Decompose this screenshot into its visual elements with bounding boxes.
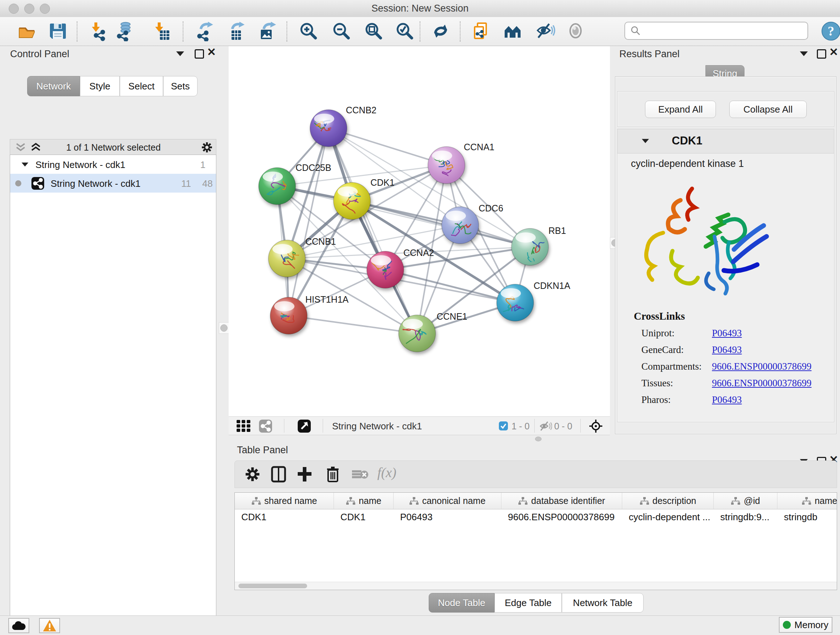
- table-cell[interactable]: stringdb:9...: [714, 510, 777, 524]
- panel-close-icon[interactable]: ✕: [207, 49, 216, 56]
- import-table-file-icon: [152, 21, 172, 41]
- node-CDC25B[interactable]: [259, 168, 295, 204]
- table-cell[interactable]: stringdb: [777, 510, 837, 524]
- node-CCNA1[interactable]: [428, 147, 465, 184]
- warning-icon: [42, 619, 57, 632]
- column-header-shared-name[interactable]: shared name: [235, 493, 334, 509]
- table-cell[interactable]: cyclin-dependent ...: [622, 510, 714, 524]
- tab-select[interactable]: Select: [120, 76, 163, 96]
- edge-CCNE1-HIST1H1A[interactable]: [289, 316, 417, 333]
- column-header-name[interactable]: name: [334, 493, 393, 509]
- hidden-eye-icon[interactable]: [539, 420, 552, 432]
- table-cell[interactable]: CDK1: [334, 510, 393, 524]
- selected-checkbox-icon[interactable]: [499, 421, 508, 431]
- tab-network[interactable]: Network: [27, 76, 80, 96]
- gene-entry-header[interactable]: CDK1: [617, 129, 834, 154]
- panel-menu-icon[interactable]: [176, 51, 184, 56]
- create-column-plus-icon[interactable]: [296, 466, 313, 483]
- export-network-button[interactable]: [195, 21, 215, 41]
- zoom-selected-button[interactable]: [394, 21, 415, 41]
- function-builder-icon[interactable]: f(x): [377, 464, 396, 480]
- network-row-selected[interactable]: String Network - cdk1 11 48: [10, 174, 216, 193]
- help-button[interactable]: ?: [821, 21, 840, 41]
- crosslink-row: Tissues:9606.ENSP00000378699: [641, 378, 812, 389]
- crosslink-link[interactable]: P06493: [712, 394, 742, 405]
- collapse-all-button[interactable]: Collapse All: [729, 101, 807, 118]
- crosslink-row: GeneCard:P06493: [641, 344, 742, 356]
- grid-view-icon[interactable]: [236, 419, 252, 432]
- table-hscrollbar-thumb[interactable]: [238, 584, 307, 588]
- node-CDKN1A[interactable]: [497, 284, 534, 321]
- help-icon: ?: [821, 21, 840, 41]
- node-CCNB2[interactable]: [310, 110, 347, 147]
- tab-network-table[interactable]: Network Table: [562, 593, 644, 613]
- crosslink-link[interactable]: P06493: [712, 344, 742, 355]
- column-header-description[interactable]: description: [622, 493, 714, 509]
- crosslink-link[interactable]: P06493: [712, 328, 742, 339]
- toolbar-separator: [77, 21, 77, 42]
- table-cell[interactable]: P06493: [393, 510, 501, 524]
- left-splitter-handle[interactable]: [219, 322, 229, 334]
- network-options-gear-icon[interactable]: [201, 141, 213, 153]
- birds-eye-view-icon[interactable]: [297, 419, 311, 433]
- horizontal-splitter-handle[interactable]: [535, 437, 542, 441]
- hide-selected-button[interactable]: [535, 21, 556, 41]
- network-collection-row[interactable]: String Network - cdk1 1: [10, 156, 216, 174]
- panel-close-icon[interactable]: ✕: [829, 49, 838, 56]
- first-neighbors-button[interactable]: [502, 21, 523, 41]
- column-header-database-identifier[interactable]: database identifier: [501, 493, 622, 509]
- tree-collapse-icon[interactable]: [22, 163, 28, 166]
- warnings-button[interactable]: [39, 618, 60, 633]
- entry-collapse-icon[interactable]: [642, 139, 649, 143]
- tab-node-table[interactable]: Node Table: [429, 593, 494, 613]
- show-all-button[interactable]: [566, 21, 586, 41]
- tab-style[interactable]: Style: [80, 76, 120, 96]
- panel-float-icon[interactable]: [195, 49, 204, 59]
- import-table-file-button[interactable]: [152, 21, 172, 41]
- delete-column-trash-icon[interactable]: [326, 466, 340, 483]
- window-title: Session: New Session: [0, 3, 840, 14]
- expand-all-button[interactable]: Expand All: [645, 101, 716, 118]
- node-HIST1H1A[interactable]: [270, 297, 307, 334]
- memory-button[interactable]: Memory: [779, 617, 832, 633]
- copy-network-button[interactable]: [471, 21, 491, 41]
- node-CDK1[interactable]: [333, 182, 370, 219]
- delete-table-icon[interactable]: [351, 469, 369, 480]
- zoom-in-button[interactable]: [298, 21, 318, 41]
- table-cell[interactable]: CDK1: [235, 510, 334, 524]
- export-image-button[interactable]: [258, 21, 278, 41]
- column-header-canonical-name[interactable]: canonical name: [393, 493, 501, 509]
- save-session-icon: [48, 21, 68, 41]
- node-RB1[interactable]: [512, 228, 548, 265]
- table-settings-gear-icon[interactable]: [245, 466, 261, 482]
- string-network-grey-icon[interactable]: [259, 419, 272, 433]
- table-cell[interactable]: 9606.ENSP00000378699: [501, 510, 622, 524]
- show-columns-icon[interactable]: [271, 466, 286, 483]
- node-label-CDC25B: CDC25B: [295, 163, 332, 173]
- save-session-button[interactable]: [48, 21, 68, 41]
- network-canvas[interactable]: CCNB2CCNA1CDC25BCDK1CDC6RB1CCNB1CCNA2CDK…: [229, 46, 610, 416]
- node-CCNE1[interactable]: [399, 315, 436, 352]
- open-session-button[interactable]: [17, 21, 37, 41]
- zoom-out-button[interactable]: [331, 21, 351, 41]
- import-network-database-button[interactable]: [115, 21, 135, 41]
- search-input[interactable]: [624, 22, 808, 40]
- node-CCNA2[interactable]: [367, 251, 404, 288]
- panel-float-icon[interactable]: [817, 49, 826, 59]
- crosslink-link[interactable]: 9606.ENSP00000378699: [712, 361, 812, 372]
- tab-sets[interactable]: Sets: [163, 76, 197, 96]
- node-CCNB1[interactable]: [268, 240, 305, 277]
- fit-selected-crosshair-icon[interactable]: [589, 419, 603, 433]
- crosslink-link[interactable]: 9606.ENSP00000378699: [712, 378, 812, 388]
- zoom-fit-button[interactable]: [363, 21, 384, 41]
- node-CDC6[interactable]: [442, 207, 478, 244]
- cloud-services-button[interactable]: [8, 618, 29, 633]
- export-table-button[interactable]: [226, 21, 247, 41]
- column-header-namespace[interactable]: namespace: [777, 493, 837, 509]
- panel-menu-icon[interactable]: [800, 51, 808, 56]
- table-hscrollbar[interactable]: [235, 582, 837, 590]
- import-network-file-button[interactable]: [90, 21, 111, 41]
- tab-edge-table[interactable]: Edge Table: [494, 593, 562, 613]
- apply-preferred-layout-button[interactable]: [431, 21, 451, 41]
- column-header-id[interactable]: @id: [714, 493, 777, 509]
